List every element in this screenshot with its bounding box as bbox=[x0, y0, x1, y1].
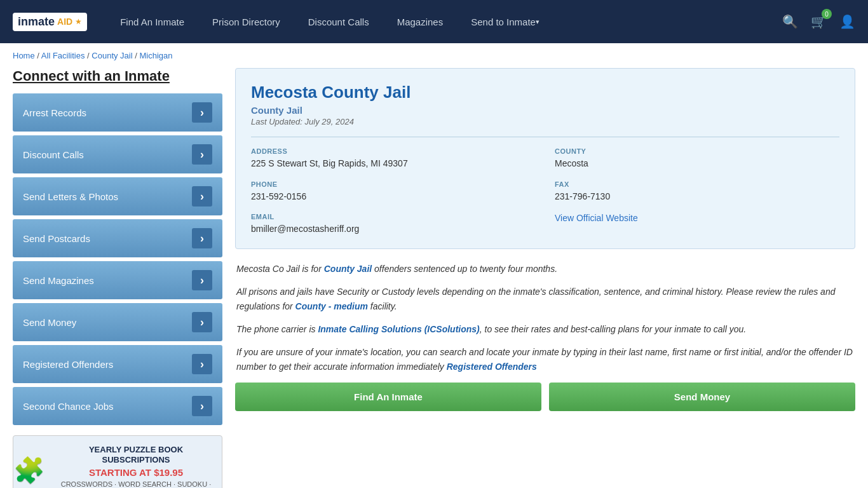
facility-updated: Last Updated: July 29, 2024 bbox=[251, 117, 839, 126]
breadcrumb-home[interactable]: Home bbox=[13, 51, 35, 60]
nav-magazines[interactable]: Magazines bbox=[383, 0, 458, 43]
sidebar-ad[interactable]: 🧩 YEARLY PUZZLE BOOK SUBSCRIPTIONS START… bbox=[13, 435, 222, 488]
phone-block: PHONE 231-592-0156 bbox=[251, 180, 536, 203]
puzzle-icon: 🧩 bbox=[13, 456, 45, 485]
cart-badge: 0 bbox=[822, 9, 832, 19]
sidebar-title: Connect with an Inmate bbox=[13, 68, 222, 85]
main-content: Mecosta County Jail County Jail Last Upd… bbox=[235, 68, 855, 488]
ad-content: YEARLY PUZZLE BOOK SUBSCRIPTIONS STARTIN… bbox=[50, 438, 222, 488]
logo-star-icon: ★ bbox=[75, 17, 82, 26]
county-block: COUNTY Mecosta bbox=[555, 147, 839, 170]
sidebar-btn-send-money[interactable]: Send Money › bbox=[13, 303, 222, 341]
header: inmate AID ★ Find An Inmate Prison Direc… bbox=[0, 0, 868, 43]
user-icon[interactable]: 👤 bbox=[839, 14, 855, 29]
arrow-icon: › bbox=[192, 186, 212, 207]
fax-value: 231-796-7130 bbox=[555, 191, 839, 203]
sidebar-btn-send-postcards[interactable]: Send Postcards › bbox=[13, 219, 222, 257]
logo[interactable]: inmate AID ★ bbox=[13, 13, 87, 31]
arrow-icon: › bbox=[192, 396, 212, 416]
address-value: 225 S Stewart St, Big Rapids, MI 49307 bbox=[251, 158, 536, 170]
sidebar-btn-discount-calls[interactable]: Discount Calls › bbox=[13, 135, 222, 173]
ad-price: STARTING AT $19.95 bbox=[57, 467, 215, 478]
arrow-icon: › bbox=[192, 144, 212, 165]
breadcrumb-michigan[interactable]: Michigan bbox=[139, 51, 172, 60]
arrow-icon: › bbox=[192, 270, 212, 290]
email-label: EMAIL bbox=[251, 213, 536, 220]
arrow-icon: › bbox=[192, 228, 212, 248]
desc-p2: All prisons and jails have Security or C… bbox=[236, 285, 854, 313]
ad-title-line2: SUBSCRIPTIONS bbox=[57, 455, 215, 465]
logo-text: inmate bbox=[18, 15, 55, 29]
email-block: EMAIL bmiller@mecostasheriff.org bbox=[251, 213, 536, 236]
description-section: Mecosta Co Jail is for County Jail offen… bbox=[235, 262, 855, 374]
county-jail-link[interactable]: County Jail bbox=[324, 264, 372, 274]
sidebar: Connect with an Inmate Arrest Records › … bbox=[13, 68, 222, 488]
address-label: ADDRESS bbox=[251, 147, 536, 155]
arrow-icon: › bbox=[192, 102, 212, 123]
fax-label: FAX bbox=[555, 180, 839, 188]
nav-prison-directory[interactable]: Prison Directory bbox=[198, 0, 294, 43]
phone-label: PHONE bbox=[251, 180, 536, 188]
sidebar-btn-send-magazines[interactable]: Send Magazines › bbox=[13, 261, 222, 299]
website-block: View Official Website bbox=[555, 213, 839, 236]
breadcrumb: Home / All Facilities / County Jail / Mi… bbox=[0, 43, 868, 68]
logo-area: inmate AID ★ bbox=[13, 13, 87, 31]
main-nav: Find An Inmate Prison Directory Discount… bbox=[106, 0, 782, 43]
cart-icon[interactable]: 🛒 0 bbox=[811, 14, 827, 29]
main-layout: Connect with an Inmate Arrest Records › … bbox=[0, 68, 868, 488]
desc-p1: Mecosta Co Jail is for County Jail offen… bbox=[236, 262, 854, 276]
sidebar-btn-registered-offenders[interactable]: Registered Offenders › bbox=[13, 345, 222, 383]
county-value: Mecosta bbox=[555, 158, 839, 170]
breadcrumb-county-jail[interactable]: County Jail bbox=[92, 51, 132, 60]
sidebar-btn-second-chance-jobs[interactable]: Second Chance Jobs › bbox=[13, 387, 222, 425]
arrow-icon: › bbox=[192, 354, 212, 374]
bottom-buttons: Find An Inmate Send Money bbox=[235, 383, 855, 411]
nav-find-inmate[interactable]: Find An Inmate bbox=[106, 0, 198, 43]
desc-p3: The phone carrier is Inmate Calling Solu… bbox=[236, 322, 854, 336]
county-medium-link[interactable]: County - medium bbox=[295, 301, 368, 311]
facility-name: Mecosta County Jail bbox=[251, 83, 839, 102]
sidebar-btn-arrest-records[interactable]: Arrest Records › bbox=[13, 93, 222, 132]
ad-sub: CROSSWORDS · WORD SEARCH · SUDOKU · BRAI… bbox=[57, 480, 215, 488]
find-inmate-button[interactable]: Find An Inmate bbox=[235, 383, 541, 411]
email-value: bmiller@mecostasheriff.org bbox=[251, 223, 536, 236]
send-money-button[interactable]: Send Money bbox=[549, 383, 855, 411]
header-icons: 🔍 🛒 0 👤 bbox=[782, 14, 855, 29]
address-block: ADDRESS 225 S Stewart St, Big Rapids, MI… bbox=[251, 147, 536, 170]
nav-discount-calls[interactable]: Discount Calls bbox=[294, 0, 383, 43]
arrow-icon: › bbox=[192, 312, 212, 332]
desc-p4: If you are unsure of your inmate's locat… bbox=[236, 345, 854, 374]
breadcrumb-all-facilities[interactable]: All Facilities bbox=[41, 51, 85, 60]
sidebar-btn-send-letters[interactable]: Send Letters & Photos › bbox=[13, 177, 222, 215]
fax-block: FAX 231-796-7130 bbox=[555, 180, 839, 203]
facility-details: ADDRESS 225 S Stewart St, Big Rapids, MI… bbox=[251, 137, 839, 236]
facility-card: Mecosta County Jail County Jail Last Upd… bbox=[235, 68, 855, 249]
nav-send-to-inmate[interactable]: Send to Inmate bbox=[457, 0, 553, 43]
county-label: COUNTY bbox=[555, 147, 839, 155]
ad-title-line1: YEARLY PUZZLE BOOK bbox=[57, 445, 215, 455]
icsolutions-link[interactable]: Inmate Calling Solutions (ICSolutions) bbox=[318, 324, 479, 334]
search-icon[interactable]: 🔍 bbox=[782, 14, 798, 29]
logo-aid: AID bbox=[57, 17, 72, 27]
facility-type: County Jail bbox=[251, 105, 839, 116]
registered-offenders-link[interactable]: Registered Offenders bbox=[447, 362, 537, 372]
phone-value: 231-592-0156 bbox=[251, 191, 536, 203]
view-website-link[interactable]: View Official Website bbox=[555, 213, 638, 223]
